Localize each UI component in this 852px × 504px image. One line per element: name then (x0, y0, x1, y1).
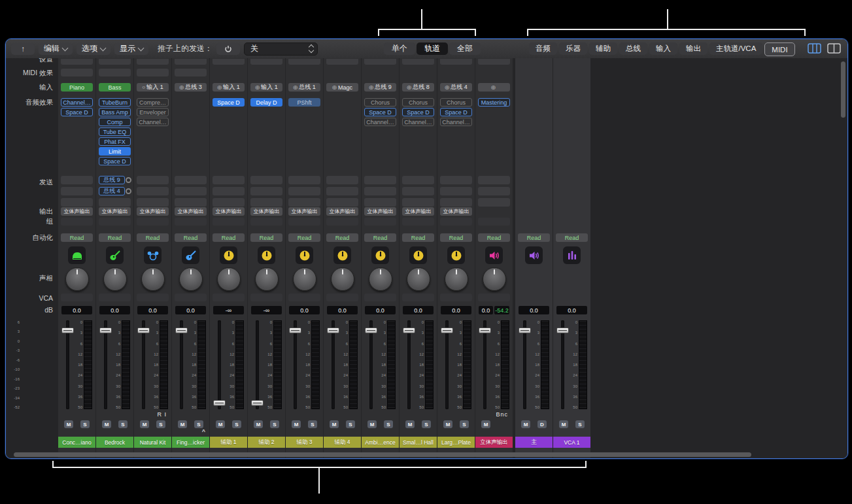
pan-knob[interactable] (179, 267, 203, 291)
scroll-up-button[interactable]: ↑ (11, 43, 35, 55)
fader-handle[interactable] (137, 328, 150, 333)
group-slot[interactable] (61, 218, 93, 226)
audio-fx-slot[interactable]: Delay D (250, 98, 282, 107)
fader-handle[interactable] (61, 328, 74, 333)
midi-fx-slot[interactable] (137, 69, 169, 76)
audio-fx-slot[interactable]: PShft (288, 98, 320, 107)
input-slot[interactable]: ○输入 1 (137, 83, 169, 92)
output-slot[interactable]: 立体声输出 (213, 207, 245, 216)
fader-groove[interactable] (104, 320, 107, 409)
midi-fx-slot[interactable] (61, 69, 93, 76)
automation-mode-button[interactable]: Read (137, 233, 169, 242)
send-slot[interactable] (478, 198, 510, 207)
automation-mode-button[interactable]: Read (556, 233, 588, 242)
channel-name[interactable]: Ambi…ence (362, 437, 399, 448)
filter-button-输入[interactable]: 输入 (649, 42, 677, 55)
audio-fx-slot[interactable]: Bass Amp (99, 108, 131, 116)
vca-slot[interactable] (288, 294, 320, 301)
audio-fx-slot[interactable]: Channel… (137, 118, 169, 126)
pan-knob[interactable] (293, 267, 316, 291)
send-slot[interactable] (440, 187, 472, 195)
automation-mode-button[interactable]: Read (61, 233, 93, 242)
audio-fx-slot[interactable]: Space D (402, 108, 434, 116)
filter-button-乐器[interactable]: 乐器 (559, 42, 587, 55)
db-value[interactable]: 0.0 (99, 306, 130, 314)
send-slot[interactable] (137, 198, 169, 207)
mute-button[interactable]: M (521, 420, 530, 428)
setting-slot[interactable] (440, 59, 472, 65)
vca-slot[interactable] (364, 294, 396, 301)
send-slot[interactable] (288, 176, 320, 184)
pan-knob[interactable] (217, 267, 241, 291)
db-value[interactable]: 0.0 (403, 306, 434, 314)
automation-mode-button[interactable]: Read (99, 233, 131, 242)
send-slot[interactable] (364, 198, 396, 207)
mute-button[interactable]: M (443, 420, 452, 428)
fader-groove[interactable] (369, 320, 373, 409)
send-slot[interactable] (402, 176, 434, 184)
mute-button[interactable]: M (254, 420, 263, 428)
db-value[interactable]: -∞ (251, 306, 282, 314)
sends-on-fader-power-button[interactable] (216, 43, 240, 55)
output-slot[interactable]: 立体声输出 (288, 207, 320, 216)
send-slot[interactable] (175, 198, 207, 207)
db-value[interactable]: 0.0 (556, 306, 587, 314)
group-slot[interactable] (250, 218, 282, 226)
vca-slot[interactable] (478, 294, 510, 301)
split-pane-view-icon[interactable] (827, 43, 841, 54)
solo-button[interactable]: S (575, 420, 585, 428)
single-pane-view-icon[interactable] (808, 43, 821, 54)
vca-slot[interactable] (326, 294, 358, 301)
send-slot[interactable] (250, 198, 282, 207)
fader-groove[interactable] (332, 320, 335, 409)
audio-fx-slot[interactable]: Mastering (478, 98, 510, 107)
fader-groove[interactable] (218, 320, 221, 409)
send-slot[interactable]: 总线 9 (99, 176, 125, 184)
setting-slot[interactable] (213, 59, 245, 65)
input-slot[interactable]: Piano (61, 83, 93, 92)
pan-knob[interactable] (483, 267, 506, 291)
pan-knob[interactable] (103, 267, 127, 291)
speaker-icon[interactable] (485, 246, 503, 264)
pan-knob[interactable] (369, 267, 392, 291)
mute-button[interactable]: M (140, 420, 149, 428)
send-slot[interactable] (61, 198, 93, 207)
options-menu-button[interactable]: 选项 (77, 43, 111, 55)
filter-button-主轨道/VCA[interactable]: 主轨道/VCA (709, 42, 762, 55)
group-slot[interactable] (402, 218, 434, 226)
solo-button[interactable]: S (308, 420, 317, 428)
input-slot[interactable]: ◎总线 9 (364, 83, 396, 92)
horizontal-scrollbar[interactable] (14, 452, 751, 457)
group-slot[interactable] (137, 218, 169, 226)
mute-button[interactable]: M (481, 420, 490, 428)
send-slot[interactable] (364, 187, 396, 195)
fader-handle[interactable] (441, 328, 453, 333)
automation-mode-button[interactable]: Read (478, 233, 510, 242)
channel-name[interactable]: Fing…icker (172, 437, 209, 448)
vca-slot[interactable] (175, 294, 207, 301)
send-slot[interactable] (402, 187, 434, 195)
solo-button[interactable]: S (346, 420, 355, 428)
audio-fx-slot[interactable]: Enveloper (137, 108, 169, 116)
fader-groove[interactable] (523, 320, 526, 409)
send-slot[interactable] (250, 176, 282, 184)
solo-button[interactable]: S (270, 420, 279, 428)
solo-button[interactable]: S (80, 420, 90, 428)
pan-knob[interactable] (445, 267, 468, 291)
view-segment-全部[interactable]: 全部 (449, 42, 481, 55)
input-slot[interactable]: ◎输入 1 (250, 83, 282, 92)
channel-name[interactable]: Conc…iano (58, 437, 95, 448)
mute-button[interactable]: M (559, 420, 568, 428)
audio-fx-slot[interactable]: Tube EQ (99, 127, 131, 136)
send-slot[interactable] (213, 187, 245, 195)
db-value[interactable]: 0.0 (519, 306, 549, 314)
audio-fx-slot[interactable]: Space D (99, 157, 131, 165)
vca-slot[interactable] (213, 294, 245, 301)
db-value[interactable]: 0.0 (479, 306, 493, 314)
output-slot[interactable]: 立体声输出 (175, 207, 207, 216)
mute-button[interactable]: M (367, 420, 377, 428)
audio-fx-slot[interactable]: Comp (99, 118, 131, 126)
fader-handle[interactable] (251, 400, 264, 406)
channel-name[interactable]: 辅助 2 (248, 437, 285, 448)
send-slot[interactable] (326, 198, 358, 207)
